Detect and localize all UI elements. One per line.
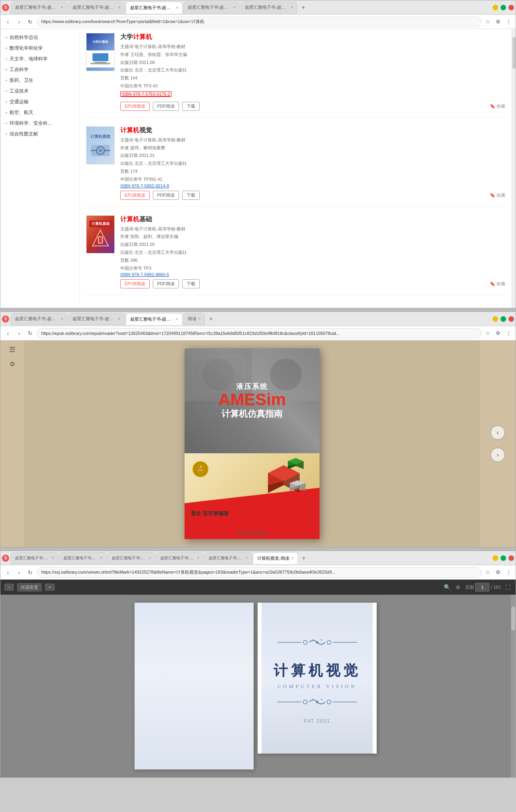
tab-close-1-5[interactable]: ×	[291, 5, 293, 10]
reload-button-3[interactable]: ↻	[26, 568, 35, 577]
tab-close-2-2[interactable]: ×	[118, 317, 121, 321]
tab-close-3-5[interactable]: ×	[245, 556, 248, 560]
settings-icon-3[interactable]: ⚙	[494, 568, 502, 576]
pdf-settings-icon[interactable]: ⚙	[454, 583, 462, 591]
pdf-scrollbar[interactable]	[511, 595, 516, 777]
book-isbn-daxue[interactable]: ISBN 978-7-5763-0175-2	[120, 91, 171, 97]
settings-icon-2[interactable]: ⚙	[494, 329, 502, 337]
menu-icon-2[interactable]: ⋮	[504, 329, 512, 337]
sidebar-item-hangkong[interactable]: + 航空、航天	[0, 107, 79, 118]
tab-2-2[interactable]: 超星汇雅电子书-超星集团 ×	[68, 313, 125, 325]
tab-3-4[interactable]: 超星汇雅电子书-超星集团 ×	[156, 552, 204, 564]
book-isbn-shijue[interactable]: ISBN 978-7-5682-9214-8	[120, 184, 505, 188]
pdf-scroll-thumb[interactable]	[511, 607, 515, 630]
forward-button-3[interactable]: ›	[15, 568, 23, 577]
prev-page-button[interactable]: ‹	[491, 425, 505, 440]
cover-image-shijue[interactable]: 计算机视觉	[86, 126, 115, 164]
fullscreen-icon[interactable]: ⛶	[504, 583, 512, 591]
tab-2-3[interactable]: 超星汇雅电子书-超星集团 ×	[126, 313, 183, 325]
tab-1-4[interactable]: 超星汇雅电子书-超星集团 ×	[183, 2, 240, 14]
close-button-3[interactable]	[508, 555, 514, 561]
maximize-button-3[interactable]	[501, 555, 506, 561]
tab-1-2[interactable]: 超星汇雅电子书-超星集团 ×	[68, 2, 125, 14]
settings-icon-1[interactable]: ⚙	[494, 18, 502, 26]
sidebar-item-jiaotong[interactable]: + 交通运输	[0, 97, 79, 107]
reload-button-2[interactable]: ↻	[26, 329, 35, 338]
sidebar-item-tianwen[interactable]: + 天文学、地球科学	[0, 54, 79, 64]
url-input-1[interactable]	[37, 17, 481, 27]
new-tab-button-2[interactable]: +	[206, 314, 216, 324]
epub-button-daxue[interactable]: EPUB阅读	[120, 102, 150, 111]
tab-1-5[interactable]: 超星汇雅电子书-超星集团 ×	[241, 2, 297, 14]
tab-1-3[interactable]: 超星汇雅电子书-超星集团 ×	[126, 2, 183, 14]
fav-button-shijue[interactable]: 🔖 收藏	[490, 192, 505, 198]
back-button-3[interactable]: ‹	[4, 568, 12, 577]
tab-close-2-1[interactable]: ×	[61, 317, 63, 321]
new-tab-button-3[interactable]: +	[299, 553, 309, 563]
pdf-button-daxue[interactable]: PDF阅读	[153, 102, 179, 111]
tab-close-3-6[interactable]: ×	[291, 556, 294, 561]
current-page-input[interactable]	[475, 583, 489, 592]
cover-image-jichu[interactable]: 计算机基础	[86, 215, 115, 253]
sidebar-item-yiyao[interactable]: + 医药、卫生	[0, 75, 79, 86]
tab-close-1-3[interactable]: ×	[176, 6, 178, 10]
tab-close-3-2[interactable]: ×	[100, 556, 102, 560]
maximize-button-2[interactable]	[501, 316, 506, 322]
minimize-button-1[interactable]	[493, 5, 498, 10]
scroll-thumb-1[interactable]	[512, 37, 516, 69]
book-isbn-jichu[interactable]: ISBN 978-7-5682-9860-5	[120, 272, 505, 277]
sidebar-item-shuli[interactable]: + 数理化学和化学	[0, 43, 79, 54]
download-button-jichu[interactable]: 下载	[182, 279, 200, 288]
tab-1-1[interactable]: 超星汇雅电子书-超星集团 ×	[11, 2, 67, 14]
tab-2-4[interactable]: 阅读 ×	[183, 313, 205, 325]
tab-2-1[interactable]: 超星汇雅电子书-超星集团 ×	[11, 313, 67, 325]
search-icon-3[interactable]: 🔍	[443, 583, 451, 591]
close-button-2[interactable]	[508, 316, 514, 322]
pdf-button-jichu[interactable]: PDF阅读	[153, 279, 179, 288]
back-button-2[interactable]: ‹	[4, 329, 12, 338]
bookmark-icon-2[interactable]: ☆	[484, 329, 492, 337]
bookmark-icon-1[interactable]: ☆	[484, 18, 492, 26]
download-button-daxue[interactable]: 下载	[182, 102, 200, 111]
fav-button-jichu[interactable]: 🔖 收藏	[490, 281, 505, 287]
epub-menu-icon[interactable]: ☰	[9, 345, 15, 354]
tab-close-1-1[interactable]: ×	[61, 5, 63, 10]
zoom-in-button[interactable]: +	[45, 584, 54, 591]
next-page-button[interactable]: ›	[491, 448, 505, 462]
sidebar-item-zonghe[interactable]: + 综合性图文献	[0, 129, 79, 139]
tab-close-3-4[interactable]: ×	[197, 556, 199, 560]
forward-button-2[interactable]: ›	[15, 329, 23, 338]
fav-button-daxue[interactable]: 🔖 收藏	[490, 103, 505, 109]
menu-icon-1[interactable]: ⋮	[504, 18, 512, 26]
tab-3-6[interactable]: 计算机视觉-阅读 ×	[253, 552, 298, 564]
menu-icon-3[interactable]: ⋮	[504, 568, 512, 576]
tab-close-1-2[interactable]: ×	[118, 5, 121, 10]
tab-3-2[interactable]: 超星汇雅电子书-超星集团 ×	[59, 552, 107, 564]
maximize-button-1[interactable]	[501, 5, 506, 10]
tab-close-1-4[interactable]: ×	[233, 5, 236, 10]
forward-button-1[interactable]: ›	[15, 17, 23, 26]
new-tab-button-1[interactable]: +	[298, 2, 308, 13]
cover-image-daxue[interactable]: 大学计算机	[86, 33, 115, 71]
tab-close-3-1[interactable]: ×	[52, 556, 54, 560]
sidebar-item-gongye[interactable]: + 工业技术	[0, 86, 79, 97]
pdf-button-shijue[interactable]: PDF阅读	[153, 191, 179, 200]
tab-3-5[interactable]: 超星汇雅电子书-超星集团 ×	[204, 552, 252, 564]
zoom-label-button[interactable]: 自适应宽	[17, 583, 42, 592]
scrollbar-1[interactable]	[512, 29, 516, 308]
close-button-1[interactable]	[508, 5, 514, 10]
sidebar-item-ziran[interactable]: + 自然科学总论	[0, 32, 79, 43]
sidebar-item-huanjing[interactable]: + 环境科学、安全科…	[0, 118, 79, 129]
tab-3-1[interactable]: 超星汇雅电子书-超星集团 ×	[11, 552, 58, 564]
back-button-1[interactable]: ‹	[4, 17, 12, 26]
bookmark-icon-3[interactable]: ☆	[484, 568, 492, 576]
epub-button-jichu[interactable]: EPUB阅读	[120, 279, 150, 288]
download-button-shijue[interactable]: 下载	[182, 191, 200, 200]
reload-button-1[interactable]: ↻	[26, 17, 35, 26]
tab-close-2-3[interactable]: ×	[176, 317, 178, 321]
zoom-out-button[interactable]: −	[4, 584, 14, 591]
url-input-2[interactable]	[37, 328, 481, 338]
epub-settings-icon[interactable]: ⚙	[10, 360, 15, 368]
tab-close-3-3[interactable]: ×	[148, 556, 151, 560]
epub-button-shijue[interactable]: EPUB阅读	[120, 191, 150, 200]
